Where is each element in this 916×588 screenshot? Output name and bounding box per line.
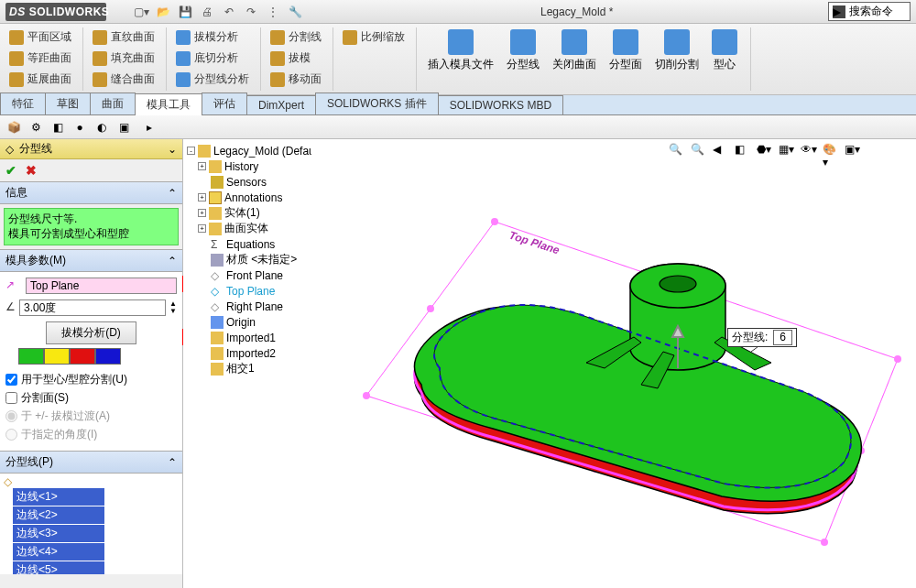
parting-lines-header[interactable]: 分型线(P) ⌃ [0, 451, 182, 474]
direction-icon[interactable]: ↗ [5, 278, 22, 293]
draft-analysis-button[interactable]: 拔模分析 [172, 27, 253, 47]
rebuild-icon[interactable]: 🔧 [288, 5, 302, 19]
pull-direction-input[interactable] [26, 278, 177, 294]
model-canvas[interactable]: Top Plane [311, 139, 916, 588]
tree-root[interactable]: - Legacy_Mold (Default<... [185, 143, 311, 158]
tab-sw-addins[interactable]: SOLIDWORKS 插件 [315, 93, 439, 114]
draft-analysis-run-button[interactable]: 拔模分析(D) [46, 321, 136, 344]
parting-lines-list[interactable]: ◇ 边线<1> 边线<2> 边线<3> 边线<4> 边线<5> 边线<6> [0, 474, 182, 574]
tree-item-surface-bodies[interactable]: +曲面实体 [185, 221, 311, 236]
tab-features[interactable]: 特征 [0, 93, 46, 114]
move-face-button[interactable]: 移动面 [267, 70, 325, 89]
print-icon[interactable]: 🖨 [200, 5, 214, 19]
mold-params-header[interactable]: 模具参数(M) ⌃ [0, 249, 182, 272]
parting-line-callout[interactable]: 分型线: 6 [727, 328, 797, 347]
draft-angle-input[interactable] [19, 299, 166, 316]
tab-sw-mbd[interactable]: SOLIDWORKS MBD [438, 95, 563, 114]
radio-transition-row: 于 +/- 拔模过渡(A) [5, 408, 177, 424]
redo-icon[interactable]: ↷ [244, 5, 258, 19]
header-chevron-icon[interactable]: ⌄ [168, 143, 177, 156]
tree-item-history[interactable]: +History [185, 158, 311, 174]
tree-item-right-plane[interactable]: ◇Right Plane [185, 299, 311, 314]
tree-item-material[interactable]: 材质 <未指定> [185, 252, 311, 267]
document-title: Legacy_Mold * [540, 5, 613, 18]
info-section-header[interactable]: 信息 ⌃ [0, 181, 182, 204]
insert-mold-file-button[interactable]: 插入模具文件 [422, 27, 499, 74]
chk-split-face[interactable] [5, 392, 17, 404]
save-icon[interactable]: 💾 [178, 5, 192, 19]
fm-tab-1-icon[interactable]: 📦 [5, 119, 22, 136]
tree-item-top-plane[interactable]: ◇Top Plane [185, 283, 311, 299]
settings-icon[interactable]: ⋮ [266, 5, 280, 19]
split-line-button[interactable]: 分割线 [267, 27, 325, 47]
svg-point-1 [491, 218, 498, 225]
tree-item-sensors[interactable]: Sensors [185, 174, 311, 190]
ruled-surface-button[interactable]: 直纹曲面 [89, 27, 158, 47]
ribbon-group-mold: 插入模具文件 分型线 关闭曲面 分型面 切削分割 型心 [422, 27, 751, 91]
chk-core-cavity-row[interactable]: 用于型心/型腔分割(U) [5, 372, 177, 387]
radio-transition [5, 410, 17, 422]
parting-surface-button[interactable]: 分型面 [604, 27, 648, 74]
shutoff-surface-button[interactable]: 关闭曲面 [547, 27, 602, 74]
feature-tree[interactable]: - Legacy_Mold (Default<... +History Sens… [183, 139, 311, 588]
scale-button[interactable]: 比例缩放 [339, 27, 409, 47]
chk-core-cavity[interactable] [5, 374, 17, 386]
edge-item[interactable]: 边线<1> [13, 488, 104, 506]
knit-surface-button[interactable]: 缝合曲面 [89, 70, 158, 89]
tree-item-solid-bodies[interactable]: +实体(1) [185, 205, 311, 221]
core-button[interactable]: 型心 [706, 27, 743, 74]
tree-item-imported1[interactable]: Imported1 [185, 330, 311, 345]
cancel-button[interactable]: ✖ [26, 163, 37, 178]
search-commands-box[interactable]: ▶ 搜索命令 [828, 2, 911, 21]
edge-item[interactable]: 边线<4> [13, 543, 104, 561]
tab-mold-tools[interactable]: 模具工具 [135, 93, 202, 115]
search-run-icon[interactable]: ▶ [833, 5, 845, 18]
callout-value: 6 [773, 330, 792, 345]
edge-item[interactable]: 边线<3> [13, 525, 104, 542]
ok-button[interactable]: ✔ [5, 163, 16, 178]
expand-icon[interactable]: ▸ [141, 119, 158, 136]
property-header: ◇ 分型线 ⌄ [0, 139, 182, 159]
offset-surface-button[interactable]: 等距曲面 [5, 49, 75, 68]
edge-item[interactable]: 边线<2> [13, 506, 104, 524]
angle-icon: ∠ [5, 300, 16, 315]
swatch-negative [70, 348, 95, 365]
chk-split-face-row[interactable]: 分割面(S) [5, 390, 177, 406]
tab-dimxpert[interactable]: DimXpert [246, 95, 316, 114]
tree-item-equations[interactable]: ΣEquations [185, 236, 311, 252]
tree-item-origin[interactable]: Origin [185, 314, 311, 330]
new-icon[interactable]: ▢▾ [134, 5, 148, 19]
spinner-up-icon[interactable]: ▲▼ [169, 300, 177, 315]
expand-icon[interactable]: - [187, 147, 195, 155]
undo-icon[interactable]: ↶ [222, 5, 236, 19]
undercut-analysis-button[interactable]: 底切分析 [172, 49, 253, 68]
open-icon[interactable]: 📂 [156, 5, 170, 19]
fm-tab-2-icon[interactable]: ⚙ [27, 119, 44, 136]
params-chevron-icon[interactable]: ⌃ [168, 255, 177, 267]
planar-region-button[interactable]: 平面区域 [5, 27, 75, 47]
fill-surface-button[interactable]: 填充曲面 [89, 49, 158, 68]
graphics-viewport[interactable]: - Legacy_Mold (Default<... +History Sens… [183, 139, 916, 588]
radiate-surface-button[interactable]: 延展曲面 [5, 70, 75, 89]
parting-line-button[interactable]: 分型线 [501, 27, 545, 74]
fm-tab-5-icon[interactable]: ◐ [93, 119, 110, 136]
fm-tab-3-icon[interactable]: ◧ [49, 119, 66, 136]
fm-tab-4-icon[interactable]: ● [71, 119, 88, 136]
svg-point-4 [363, 392, 370, 399]
tab-surfaces[interactable]: 曲面 [90, 93, 136, 114]
tab-evaluate[interactable]: 评估 [202, 93, 247, 114]
tree-item-front-plane[interactable]: ◇Front Plane [185, 267, 311, 283]
parting-line-analysis-button[interactable]: 分型线分析 [172, 70, 253, 89]
edges-chevron-icon[interactable]: ⌃ [168, 456, 177, 469]
tree-item-imported2[interactable]: Imported2 [185, 345, 311, 361]
tree-item-annotations[interactable]: +Annotations [185, 190, 311, 205]
draft-button[interactable]: 拔模 [267, 49, 325, 68]
tree-item-intersect1[interactable]: 相交1 [185, 361, 311, 376]
radio-angle-row: 于指定的角度(I) [5, 427, 177, 442]
tooling-split-button[interactable]: 切削分割 [649, 27, 704, 74]
fm-tab-6-icon[interactable]: ▣ [115, 119, 132, 136]
info-chevron-icon[interactable]: ⌃ [168, 187, 177, 200]
svg-point-8 [427, 305, 434, 312]
edge-item[interactable]: 边线<5> [13, 561, 104, 574]
tab-sketch[interactable]: 草图 [45, 93, 91, 114]
